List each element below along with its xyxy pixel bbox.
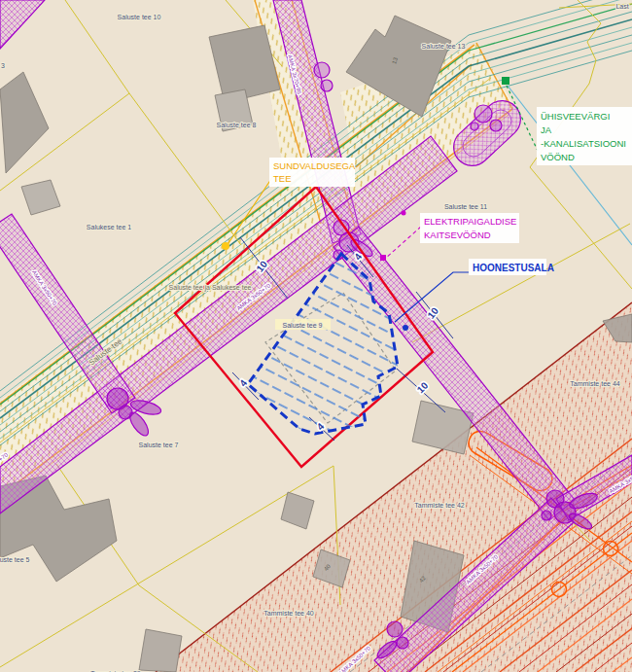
annotation-line: ELEKTRIPAIGALDISE bbox=[424, 216, 516, 227]
parcel-label: Saluste tee 7 bbox=[139, 442, 179, 448]
road-parcel-label: Saluste tee ja Salukese tee bbox=[169, 284, 252, 292]
parcel-label: 3 bbox=[1, 62, 5, 69]
parcel-label: Tammiste tee 44 bbox=[570, 380, 619, 387]
annotation-line: VÖÖND bbox=[541, 152, 575, 162]
annotation-hoonestusala: HOONESTUSALA bbox=[469, 259, 554, 275]
annotation-line: TEE bbox=[273, 173, 291, 184]
parcel-label: Saluste tee 5 bbox=[0, 556, 30, 563]
map-canvas[interactable]: Saluste tee 10 Saluste tee 8 Saluste tee… bbox=[0, 0, 632, 672]
annotation-line: -KANALISATSIOONI bbox=[541, 138, 626, 149]
annotation-line: HOONESTUSALA bbox=[473, 263, 554, 273]
annotation-elektripaigaldis: ELEKTRIPAIGALDISE KAITSEVÖÖND bbox=[420, 213, 519, 243]
planning-map[interactable]: Saluste tee 10 Saluste tee 8 Saluste tee… bbox=[0, 0, 632, 672]
parcel-label: Saluste tee 9 bbox=[283, 322, 323, 329]
parcel-label: Tammiste tee 40 bbox=[263, 610, 313, 617]
parcel-label: Tammiste tee 42 bbox=[414, 502, 464, 509]
parcel-label: Salukese tee 1 bbox=[87, 224, 131, 230]
annotation-line: SUNDVALDUSEGA bbox=[273, 160, 356, 171]
annotation-line: ÜHISVEEVÄRGI bbox=[541, 111, 610, 122]
parcel-label: Saluste tee 10 bbox=[118, 14, 161, 20]
annotation-uhisveevark: ÜHISVEEVÄRGI JA -KANALISATSIOONI VÖÖND bbox=[537, 107, 632, 165]
annotation-line: JA bbox=[541, 124, 552, 135]
parcel-label: Saluste tee 8 bbox=[217, 122, 257, 128]
annotation-sundvaldusega-tee: SUNDVALDUSEGA TEE bbox=[269, 158, 356, 187]
water-connection-point bbox=[502, 77, 509, 85]
annotation-line: KAITSEVÖÖND bbox=[424, 230, 491, 240]
parcel-label: Saluste tee 11 bbox=[444, 203, 487, 210]
parcel-label: Saluste tee 13 bbox=[422, 43, 466, 50]
parcel-label: Last bbox=[615, 3, 628, 10]
